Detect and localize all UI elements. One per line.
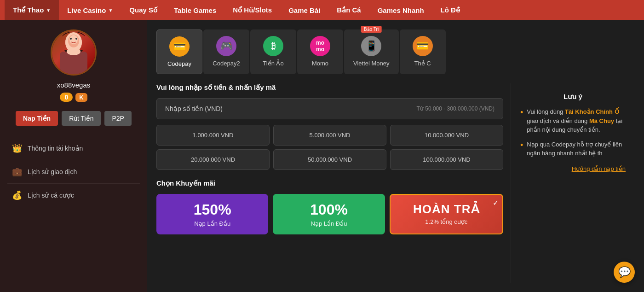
avatar [51,29,97,76]
tab-codepay[interactable]: 💳 Codepay [156,29,202,74]
top-nav: Thể Thao ▼ Live Casino ▼ Quay Số Table G… [0,0,644,20]
note-item-2: • Nạp qua Codepay hỗ trợ chuyể liên ngân… [520,140,626,158]
tab-viettel[interactable]: Bảo Trì 📱 Viettel Money [344,29,399,74]
bao-tri-badge: Bảo Trì [361,26,382,33]
chat-icon: 💬 [618,266,631,278]
tab-tienao-label: Tiền Ảo [263,60,283,67]
p2p-button[interactable]: P2P [104,111,131,126]
amount-btn-20m[interactable]: 20.000.000 VND [156,149,270,170]
note-text-2: Nạp qua Codepay hỗ trợ chuyể liên ngân h… [527,140,626,158]
tab-the-c[interactable]: 💳 Thẻ C [400,29,446,74]
checkmark-icon: ✓ [493,199,499,207]
amount-btn-5m[interactable]: 5.000.000 VND [273,125,386,146]
sidebar-item-label-lich-su-cc: Lịch sử cá cược [28,192,74,199]
promo-hoan-tra-label: 1.2% tổng cược [395,218,498,225]
tab-codepay2-label: Codepay2 [213,60,240,67]
chevron-down-icon: ▼ [46,8,51,13]
promo-100-label: Nạp Lần Đầu [277,220,380,227]
section-title: Vui lòng nhập số tiền & nhấn lấy mã [156,83,503,92]
svg-point-9 [67,48,80,55]
promo-150[interactable]: 150% Nạp Lần Đầu [156,194,268,234]
nav-item-no-hu[interactable]: Nổ Hũ/Slots [224,0,280,20]
svg-point-7 [75,38,77,40]
sidebar: xo88vegas 0 K Nap Tiền Rút Tiền P2P 👑 Th… [0,20,147,292]
nap-tien-button[interactable]: Nap Tiền [16,111,58,126]
amount-grid: 1.000.000 VND 5.000.000 VND 10.000.000 V… [156,125,503,170]
promo-title: Chọn Khuyến mãi [156,179,503,187]
tab-codepay-label: Codepay [167,60,191,67]
chevron-down-icon-2: ▼ [108,8,113,13]
note-title: Lưu ý [520,93,626,101]
amount-input-wrapper[interactable]: Nhập số tiền (VND) Từ 50.000 - 300.000.0… [156,98,503,119]
codepay2-icon: 🎮 [216,36,236,56]
nav-item-ban-ca[interactable]: Bắn Cá [328,0,369,20]
balance-badge: 0 [60,93,73,102]
tab-the-c-label: Thẻ C [414,60,431,67]
note-panel: Lưu ý • Vui lòng dùng Tài Khoản Chính Ố … [511,83,635,283]
note-item-1: • Vui lòng dùng Tài Khoản Chính Ố giao d… [520,107,626,134]
sidebar-menu: 👑 Thông tin tài khoản 💼 Lịch sử giao dịc… [0,137,147,207]
nav-label-no-hu: Nổ Hũ/Slots [233,6,272,14]
promo-150-percent: 150% [161,201,264,218]
nav-label-ban-ca: Bắn Cá [337,6,361,14]
sidebar-item-lich-su-cc[interactable]: 💰 Lịch sử cá cược [7,184,140,207]
tab-momo-label: Momo [312,60,328,67]
promo-hoan-tra-percent: HOÀN TRẢ [395,202,498,216]
sidebar-item-label-thong-tin: Thông tin tài khoản [28,145,83,152]
amount-btn-100m[interactable]: 100.000.000 VND [390,149,503,170]
payment-tabs: 💳 Codepay 🎮 Codepay2 ₿ Tiền Ảo momo Momo… [156,29,635,74]
tab-viettel-label: Viettel Money [353,60,390,67]
promo-hoan-tra[interactable]: ✓ HOÀN TRẢ 1.2% tổng cược [390,194,503,234]
amount-btn-1m[interactable]: 1.000.000 VND [156,125,270,146]
nav-label-live-casino: Live Casino [67,6,106,14]
rank-badge: K [75,93,87,102]
bullet-icon-1: • [520,106,523,134]
sidebar-item-label-lich-su-gd: Lịch sử giao dịch [28,168,77,175]
tienao-icon: ₿ [263,36,283,56]
nav-item-the-thao[interactable]: Thể Thao ▼ [5,0,59,20]
action-buttons: Nap Tiền Rút Tiền P2P [16,111,132,126]
user-badges: 0 K [60,93,87,102]
nav-label-lo-de: Lô Đề [441,6,460,14]
promo-100[interactable]: 100% Nạp Lần Đầu [273,194,385,234]
money-icon: 💰 [12,190,22,200]
promo-section: Chọn Khuyến mãi 150% Nạp Lần Đầu 100% Nạ… [156,179,503,234]
codepay-icon: 💳 [169,36,190,57]
sidebar-item-thong-tin[interactable]: 👑 Thông tin tài khoản [7,137,140,160]
nav-label-table-games: Table Games [174,6,216,14]
tab-codepay2[interactable]: 🎮 Codepay2 [203,29,249,74]
momo-icon: momo [310,36,330,56]
chat-fab[interactable]: 💬 [614,262,635,283]
the-c-icon: 💳 [413,36,433,56]
promo-150-label: Nạp Lần Đầu [161,220,264,227]
nav-item-live-casino[interactable]: Live Casino ▼ [59,0,121,20]
nav-item-quay-so[interactable]: Quay Số [121,0,166,20]
nav-item-table-games[interactable]: Table Games [166,0,224,20]
promo-grid: 150% Nạp Lần Đầu 100% Nạp Lần Đầu ✓ HOÀN… [156,194,503,234]
svg-point-6 [70,38,72,40]
rut-tien-button[interactable]: Rút Tiền [62,111,101,126]
promo-100-percent: 100% [277,201,380,218]
nav-label-game-bai: Game Bài [288,6,320,14]
crown-icon: 👑 [12,143,22,153]
tab-tienao[interactable]: ₿ Tiền Ảo [250,29,296,74]
nav-item-games-nhanh[interactable]: Games Nhanh [369,0,432,20]
nav-item-lo-de[interactable]: Lô Đề [432,0,468,20]
viettel-icon: 📱 [361,36,381,56]
guide-link[interactable]: Hướng dẫn nạp tiền [520,165,626,172]
nav-label-the-thao: Thể Thao [13,6,44,14]
amount-btn-10m[interactable]: 10.000.000 VND [390,125,503,146]
content-area: 💳 Codepay 🎮 Codepay2 ₿ Tiền Ảo momo Momo… [147,20,644,292]
briefcase-icon: 💼 [12,167,22,177]
note-text-1: Vui lòng dùng Tài Khoản Chính Ố giao dịc… [527,107,626,134]
tab-momo[interactable]: momo Momo [297,29,343,74]
nav-label-quay-so: Quay Số [129,6,157,14]
amount-input-label: Nhập số tiền (VND) [165,105,223,112]
bullet-icon-2: • [520,139,523,158]
amount-btn-50m[interactable]: 50.000.000 VND [273,149,386,170]
sidebar-item-lich-su-gd[interactable]: 💼 Lịch sử giao dịch [7,160,140,184]
username: xo88vegas [57,81,91,89]
nav-label-games-nhanh: Games Nhanh [378,6,424,14]
nav-item-game-bai[interactable]: Game Bài [280,0,328,20]
amount-range-label: Từ 50.000 - 300.000.000 (VND) [417,105,494,112]
